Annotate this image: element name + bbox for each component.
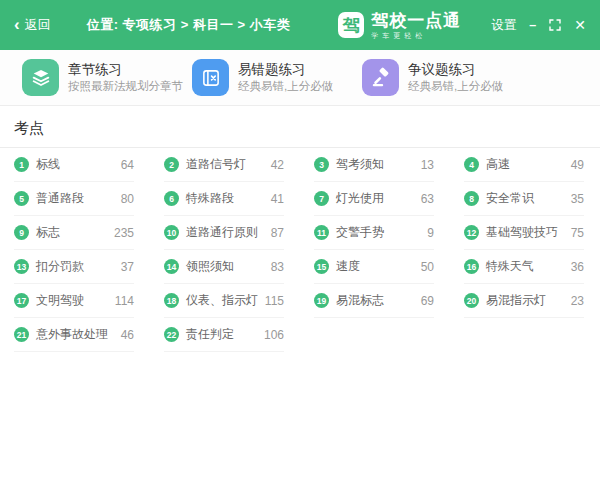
topic-number-badge: 16 [464, 259, 479, 274]
topic-item[interactable]: 13扣分罚款37 [14, 250, 134, 284]
back-button[interactable]: ‹ 返回 [14, 16, 51, 34]
topic-item[interactable]: 1标线64 [14, 148, 134, 182]
topic-label: 道路信号灯 [186, 156, 246, 173]
topic-label: 易混指示灯 [486, 292, 546, 309]
topic-count: 13 [421, 158, 434, 172]
topic-item[interactable]: 4高速49 [464, 148, 584, 182]
topic-label: 标志 [36, 224, 60, 241]
topic-item[interactable]: 9标志235 [14, 216, 134, 250]
topic-number-badge: 17 [14, 293, 29, 308]
topic-count: 83 [271, 260, 284, 274]
topic-label: 普通路段 [36, 190, 84, 207]
topic-count: 50 [421, 260, 434, 274]
practice-modes-bar: 章节练习 按照最新法规划分章节 易错题练习 经典易错,上分必做 [0, 50, 600, 106]
topic-label: 道路通行原则 [186, 224, 258, 241]
minimize-button[interactable]: – [529, 18, 536, 32]
topic-number-badge: 19 [314, 293, 329, 308]
topic-label: 灯光使用 [336, 190, 384, 207]
mode-subtitle: 经典易错,上分必做 [238, 80, 333, 93]
topic-number-badge: 9 [14, 225, 29, 240]
topic-item[interactable]: 15速度50 [314, 250, 434, 284]
mode-controversial-practice[interactable]: 争议题练习 经典易错,上分必做 [362, 59, 532, 96]
title-bar: ‹ 返回 位置: 专项练习 > 科目一 > 小车类 驾 驾校一点通 学车更轻松 … [0, 0, 600, 50]
topic-label: 文明驾驶 [36, 292, 84, 309]
topic-count: 115 [265, 294, 284, 308]
topic-label: 标线 [36, 156, 60, 173]
topic-number-badge: 7 [314, 191, 329, 206]
topic-number-badge: 12 [464, 225, 479, 240]
topic-number-badge: 6 [164, 191, 179, 206]
topic-number-badge: 11 [314, 225, 329, 240]
topic-label: 交警手势 [336, 224, 384, 241]
topic-count: 106 [264, 328, 284, 342]
topic-item[interactable]: 20易混指示灯23 [464, 284, 584, 318]
topic-number-badge: 18 [164, 293, 179, 308]
topic-item[interactable]: 17文明驾驶114 [14, 284, 134, 318]
topic-number-badge: 14 [164, 259, 179, 274]
mode-text: 易错题练习 经典易错,上分必做 [238, 62, 333, 94]
topic-label: 意外事故处理 [36, 326, 108, 343]
topic-item[interactable]: 19易混标志69 [314, 284, 434, 318]
topic-grid: 1标线642道路信号灯423驾考须知134高速495普通路段806特殊路段417… [0, 148, 600, 352]
topic-item[interactable]: 16特殊天气36 [464, 250, 584, 284]
topic-label: 责任判定 [186, 326, 234, 343]
topic-number-badge: 22 [164, 327, 179, 342]
topic-count: 87 [271, 226, 284, 240]
topic-count: 36 [571, 260, 584, 274]
topic-item[interactable]: 18仪表、指示灯115 [164, 284, 284, 318]
topic-count: 64 [121, 158, 134, 172]
topic-count: 23 [571, 294, 584, 308]
topic-item[interactable]: 8安全常识35 [464, 182, 584, 216]
topic-label: 领照须知 [186, 258, 234, 275]
topic-label: 速度 [336, 258, 360, 275]
topic-number-badge: 21 [14, 327, 29, 342]
topic-item[interactable]: 11交警手势9 [314, 216, 434, 250]
window-controls: 设置 – ✕ [491, 17, 586, 34]
app-window: ‹ 返回 位置: 专项练习 > 科目一 > 小车类 驾 驾校一点通 学车更轻松 … [0, 0, 600, 480]
mode-chapter-practice[interactable]: 章节练习 按照最新法规划分章节 [22, 59, 192, 96]
section-title: 考点 [0, 106, 600, 148]
error-book-icon [192, 59, 229, 96]
topic-number-badge: 2 [164, 157, 179, 172]
back-label: 返回 [25, 16, 51, 34]
mode-title: 争议题练习 [408, 62, 503, 78]
logo-text: 驾校一点通 学车更轻松 [371, 12, 461, 39]
topic-label: 基础驾驶技巧 [486, 224, 558, 241]
topic-item[interactable]: 5普通路段80 [14, 182, 134, 216]
topic-item[interactable]: 21意外事故处理46 [14, 318, 134, 352]
topic-number-badge: 1 [14, 157, 29, 172]
settings-button[interactable]: 设置 [491, 17, 516, 34]
topic-count: 235 [114, 226, 134, 240]
logo-subtitle: 学车更轻松 [371, 32, 461, 39]
topic-item[interactable]: 14领照须知83 [164, 250, 284, 284]
maximize-icon [549, 19, 561, 31]
mode-error-prone-practice[interactable]: 易错题练习 经典易错,上分必做 [192, 59, 362, 96]
topic-number-badge: 10 [164, 225, 179, 240]
topic-label: 仪表、指示灯 [186, 292, 258, 309]
topic-count: 46 [121, 328, 134, 342]
close-button[interactable]: ✕ [574, 17, 586, 33]
gavel-icon [362, 59, 399, 96]
mode-text: 章节练习 按照最新法规划分章节 [68, 62, 183, 94]
logo-icon: 驾 [338, 12, 364, 38]
topic-label: 特殊天气 [486, 258, 534, 275]
maximize-button[interactable] [549, 19, 561, 31]
topic-count: 42 [271, 158, 284, 172]
topic-item[interactable]: 7灯光使用63 [314, 182, 434, 216]
topic-item[interactable]: 2道路信号灯42 [164, 148, 284, 182]
topic-count: 37 [121, 260, 134, 274]
topic-label: 扣分罚款 [36, 258, 84, 275]
topic-item[interactable]: 6特殊路段41 [164, 182, 284, 216]
topic-item[interactable]: 22责任判定106 [164, 318, 284, 352]
topic-count: 9 [427, 226, 434, 240]
topic-item[interactable]: 10道路通行原则87 [164, 216, 284, 250]
topic-item[interactable]: 3驾考须知13 [314, 148, 434, 182]
mode-title: 易错题练习 [238, 62, 333, 78]
topic-item[interactable]: 12基础驾驶技巧75 [464, 216, 584, 250]
topic-label: 易混标志 [336, 292, 384, 309]
topics-section: 考点 1标线642道路信号灯423驾考须知134高速495普通路段806特殊路段… [0, 106, 600, 352]
mode-title: 章节练习 [68, 62, 183, 78]
chevron-left-icon: ‹ [14, 16, 20, 33]
topic-count: 41 [271, 192, 284, 206]
topic-number-badge: 15 [314, 259, 329, 274]
